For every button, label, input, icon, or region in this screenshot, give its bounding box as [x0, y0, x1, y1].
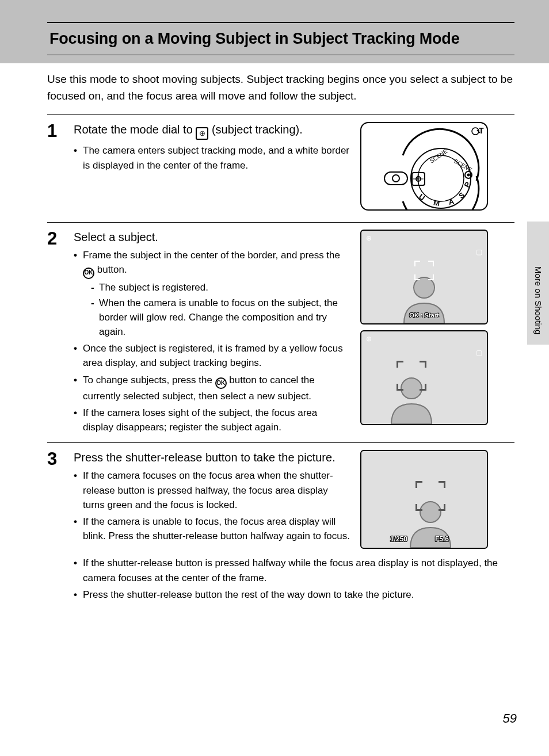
aperture-label: F5.6: [435, 535, 449, 543]
svg-rect-2: [384, 172, 407, 185]
screen-after-registration: ⊕ ▢: [360, 330, 488, 425]
text: button.: [94, 264, 127, 275]
step-2: 2 Select a subject. Frame the subject in…: [47, 227, 514, 440]
step-1: 1 Rotate the mode dial to (subject track…: [47, 120, 514, 220]
step-1-bullet-1: The camera enters subject tracking mode,…: [74, 143, 350, 172]
step-1-heading: Rotate the mode dial to (subject trackin…: [74, 122, 350, 140]
step-number: 2: [47, 228, 67, 437]
step-3-bullet-3: If the shutter-release button is pressed…: [74, 556, 505, 585]
white-focus-border: [414, 261, 434, 280]
step-3-bullet-2: If the camera is unable to focus, the fo…: [74, 514, 350, 543]
side-tab: More on Shooting: [527, 222, 549, 345]
text: Frame the subject in the center of the b…: [83, 250, 340, 261]
step-3: 3 Press the shutter-release button to ta…: [47, 448, 514, 607]
page-number: 59: [503, 711, 517, 726]
tracking-mode-icon: ⊕: [366, 335, 372, 343]
vr-icon: ▢: [476, 248, 482, 256]
screen-before-registration: ⊕ ▢ OK : Start: [360, 230, 488, 324]
step-2-sub-2: When the camera is unable to focus on th…: [91, 296, 350, 339]
screen-focus-locked: 1/250 F5.6: [360, 450, 488, 549]
svg-point-3: [392, 175, 399, 182]
divider: [47, 114, 514, 115]
step-2-bullet-3: To change subjects, press the OK button …: [74, 373, 350, 404]
ok-button-icon: OK: [215, 377, 227, 389]
step-3-bullet-4: Press the shutter-release button the res…: [74, 587, 505, 602]
green-focus-area: [415, 481, 445, 511]
step-number: 3: [47, 449, 67, 604]
start-label: OK : Start: [409, 312, 439, 319]
step-2-bullet-4: If the camera loses sight of the subject…: [74, 406, 350, 434]
step-3-heading: Press the shutter-release button to take…: [74, 450, 350, 465]
side-tab-label: More on Shooting: [533, 266, 543, 334]
svg-point-18: [467, 174, 470, 177]
vr-icon: ▢: [476, 349, 482, 357]
svg-point-19: [414, 277, 434, 298]
intro-paragraph: Use this mode to shoot moving subjects. …: [47, 71, 514, 104]
step-1-head-post: (subject tracking).: [208, 123, 302, 136]
step-2-bullet-1: Frame the subject in the center of the b…: [74, 248, 350, 339]
text: To change subjects, press the: [83, 375, 215, 385]
step-1-head-pre: Rotate the mode dial to: [74, 123, 196, 136]
divider: [47, 222, 514, 223]
svg-text:T: T: [479, 126, 484, 135]
page-title: Focusing on a Moving Subject in Subject …: [47, 22, 514, 55]
divider: [47, 442, 514, 443]
page-content: Focusing on a Moving Subject in Subject …: [0, 0, 549, 608]
step-2-bullet-2: Once the subject is registered, it is fr…: [74, 341, 350, 370]
tracking-mode-icon: ⊕: [366, 234, 372, 242]
mode-dial-illustration: T: [360, 122, 488, 211]
step-2-heading: Select a subject.: [74, 230, 350, 245]
ok-button-icon: OK: [83, 268, 94, 279]
subject-tracking-icon: [196, 127, 208, 140]
step-number: 1: [47, 121, 67, 216]
step-2-sub-1: The subject is registered.: [91, 280, 350, 295]
step-3-bullet-1: If the camera focuses on the focus area …: [74, 468, 350, 511]
yellow-focus-area: [396, 361, 426, 391]
shutter-speed-label: 1/250: [390, 535, 407, 543]
